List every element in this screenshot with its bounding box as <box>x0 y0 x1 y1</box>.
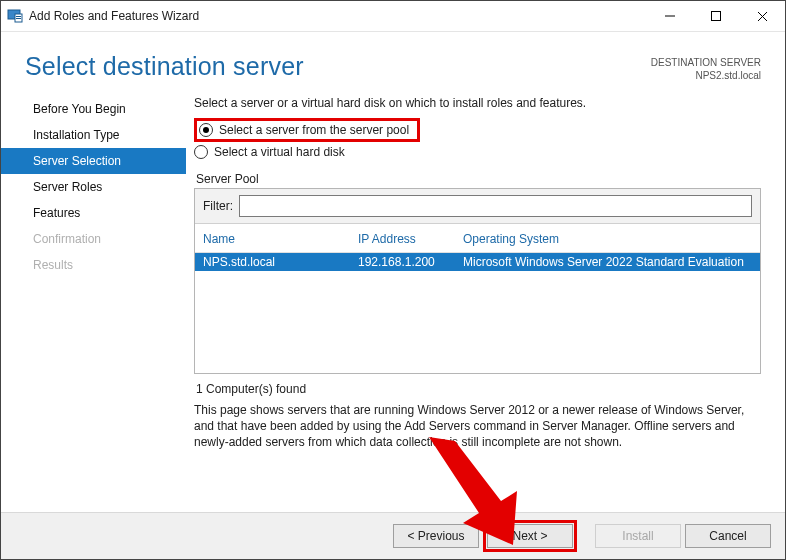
cell-name: NPS.std.local <box>203 255 358 269</box>
svg-rect-3 <box>16 18 21 19</box>
cell-ip: 192.168.1.200 <box>358 255 463 269</box>
next-button[interactable]: Next > <box>487 524 573 548</box>
wizard-content: Select a server or a virtual hard disk o… <box>186 86 785 512</box>
col-header-os[interactable]: Operating System <box>463 232 752 246</box>
svg-rect-5 <box>712 12 721 21</box>
nav-step[interactable]: Features <box>1 200 186 226</box>
radio-vhd-label: Select a virtual hard disk <box>214 145 345 159</box>
radio-vhd[interactable] <box>194 145 208 159</box>
wizard-window: Add Roles and Features Wizard Select des… <box>0 0 786 560</box>
filter-bar: Filter: <box>195 189 760 224</box>
page-header: Select destination server DESTINATION SE… <box>1 32 785 86</box>
page-description: This page shows servers that are running… <box>194 402 757 451</box>
computers-found-label: 1 Computer(s) found <box>196 382 761 396</box>
server-row[interactable]: NPS.std.local192.168.1.200Microsoft Wind… <box>195 253 760 271</box>
close-button[interactable] <box>739 1 785 31</box>
radio-server-pool[interactable] <box>199 123 213 137</box>
wizard-step-nav: Before You BeginInstallation TypeServer … <box>1 86 186 512</box>
nav-step[interactable]: Server Selection <box>1 148 186 174</box>
app-icon <box>7 8 23 24</box>
intro-text: Select a server or a virtual hard disk o… <box>194 96 761 110</box>
titlebar: Add Roles and Features Wizard <box>1 1 785 32</box>
wizard-body: Before You BeginInstallation TypeServer … <box>1 86 785 512</box>
server-grid-body: NPS.std.local192.168.1.200Microsoft Wind… <box>195 253 760 373</box>
server-pool-panel: Filter: Name IP Address Operating System… <box>194 188 761 374</box>
window-controls <box>647 1 785 31</box>
destination-label: DESTINATION SERVER <box>651 56 761 69</box>
server-pool-label: Server Pool <box>196 172 761 186</box>
radio-group: Select a server from the server pool Sel… <box>194 118 761 160</box>
svg-rect-2 <box>16 16 21 17</box>
nav-step[interactable]: Server Roles <box>1 174 186 200</box>
destination-value: NPS2.std.local <box>651 69 761 82</box>
previous-button[interactable]: < Previous <box>393 524 479 548</box>
server-grid-header: Name IP Address Operating System <box>195 224 760 253</box>
maximize-button[interactable] <box>693 1 739 31</box>
nav-step[interactable]: Installation Type <box>1 122 186 148</box>
minimize-button[interactable] <box>647 1 693 31</box>
nav-step: Results <box>1 252 186 278</box>
radio-server-pool-label: Select a server from the server pool <box>219 123 409 137</box>
wizard-footer: < Previous Next > Install Cancel <box>1 512 785 559</box>
install-button: Install <box>595 524 681 548</box>
filter-input[interactable] <box>239 195 752 217</box>
highlight-radio1: Select a server from the server pool <box>194 118 420 142</box>
col-header-name[interactable]: Name <box>203 232 358 246</box>
col-header-ip[interactable]: IP Address <box>358 232 463 246</box>
nav-step[interactable]: Before You Begin <box>1 96 186 122</box>
window-title: Add Roles and Features Wizard <box>29 9 647 23</box>
destination-server-info: DESTINATION SERVER NPS2.std.local <box>651 56 761 82</box>
nav-step: Confirmation <box>1 226 186 252</box>
highlight-next: Next > <box>483 520 577 552</box>
cell-os: Microsoft Windows Server 2022 Standard E… <box>463 255 752 269</box>
filter-label: Filter: <box>203 199 233 213</box>
page-title: Select destination server <box>25 52 651 81</box>
cancel-button[interactable]: Cancel <box>685 524 771 548</box>
